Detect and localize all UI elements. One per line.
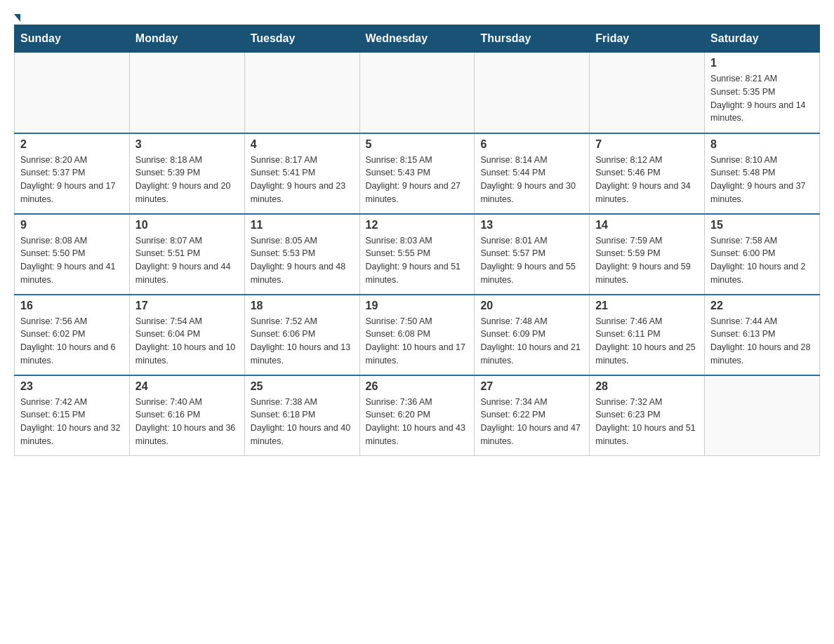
day-number: 19 bbox=[366, 300, 469, 312]
day-info: Sunrise: 7:32 AM Sunset: 6:23 PM Dayligh… bbox=[595, 396, 699, 448]
day-header-sunday: Sunday bbox=[15, 25, 130, 53]
day-number: 24 bbox=[135, 380, 239, 393]
calendar-day-cell: 6Sunrise: 8:14 AM Sunset: 5:44 PM Daylig… bbox=[475, 133, 590, 214]
day-info: Sunrise: 7:36 AM Sunset: 6:20 PM Dayligh… bbox=[366, 396, 469, 448]
day-info: Sunrise: 7:38 AM Sunset: 6:18 PM Dayligh… bbox=[251, 396, 354, 448]
day-number: 11 bbox=[251, 219, 354, 232]
day-info: Sunrise: 8:18 AM Sunset: 5:39 PM Dayligh… bbox=[135, 154, 239, 206]
day-info: Sunrise: 8:20 AM Sunset: 5:37 PM Dayligh… bbox=[20, 154, 124, 206]
day-info: Sunrise: 7:52 AM Sunset: 6:06 PM Dayligh… bbox=[251, 315, 354, 368]
calendar-table: SundayMondayTuesdayWednesdayThursdayFrid… bbox=[14, 25, 820, 456]
calendar-day-cell bbox=[475, 53, 590, 133]
day-number: 27 bbox=[480, 380, 583, 393]
day-number: 1 bbox=[710, 57, 814, 69]
calendar-day-cell: 3Sunrise: 8:18 AM Sunset: 5:39 PM Daylig… bbox=[129, 133, 244, 214]
day-header-friday: Friday bbox=[590, 25, 705, 53]
calendar-day-cell: 28Sunrise: 7:32 AM Sunset: 6:23 PM Dayli… bbox=[590, 375, 705, 456]
day-number: 9 bbox=[20, 219, 124, 232]
calendar-day-cell: 5Sunrise: 8:15 AM Sunset: 5:43 PM Daylig… bbox=[359, 133, 475, 214]
day-header-saturday: Saturday bbox=[705, 25, 820, 53]
day-number: 7 bbox=[595, 138, 699, 151]
calendar-day-cell: 21Sunrise: 7:46 AM Sunset: 6:11 PM Dayli… bbox=[590, 295, 705, 375]
day-info: Sunrise: 8:07 AM Sunset: 5:51 PM Dayligh… bbox=[135, 234, 239, 287]
day-info: Sunrise: 7:44 AM Sunset: 6:13 PM Dayligh… bbox=[710, 315, 814, 368]
day-info: Sunrise: 7:56 AM Sunset: 6:02 PM Dayligh… bbox=[20, 315, 124, 368]
calendar-day-cell: 1Sunrise: 8:21 AM Sunset: 5:35 PM Daylig… bbox=[705, 53, 820, 133]
calendar-day-cell: 20Sunrise: 7:48 AM Sunset: 6:09 PM Dayli… bbox=[475, 295, 590, 375]
calendar-day-cell: 2Sunrise: 8:20 AM Sunset: 5:37 PM Daylig… bbox=[15, 133, 130, 214]
calendar-day-cell: 15Sunrise: 7:58 AM Sunset: 6:00 PM Dayli… bbox=[705, 214, 820, 295]
calendar-day-cell: 22Sunrise: 7:44 AM Sunset: 6:13 PM Dayli… bbox=[705, 295, 820, 375]
calendar-week-row: 2Sunrise: 8:20 AM Sunset: 5:37 PM Daylig… bbox=[15, 133, 820, 214]
calendar-day-cell: 18Sunrise: 7:52 AM Sunset: 6:06 PM Dayli… bbox=[244, 295, 359, 375]
day-number: 12 bbox=[366, 219, 469, 232]
calendar-day-cell: 10Sunrise: 8:07 AM Sunset: 5:51 PM Dayli… bbox=[129, 214, 244, 295]
day-info: Sunrise: 8:03 AM Sunset: 5:55 PM Dayligh… bbox=[366, 234, 469, 287]
day-number: 10 bbox=[135, 219, 239, 232]
calendar-day-cell: 23Sunrise: 7:42 AM Sunset: 6:15 PM Dayli… bbox=[15, 375, 130, 456]
calendar-header-row: SundayMondayTuesdayWednesdayThursdayFrid… bbox=[15, 25, 820, 53]
calendar-day-cell bbox=[359, 53, 475, 133]
day-number: 26 bbox=[366, 380, 469, 393]
day-info: Sunrise: 8:14 AM Sunset: 5:44 PM Dayligh… bbox=[480, 154, 583, 206]
day-number: 18 bbox=[251, 300, 354, 312]
day-header-thursday: Thursday bbox=[475, 25, 590, 53]
day-info: Sunrise: 7:48 AM Sunset: 6:09 PM Dayligh… bbox=[480, 315, 583, 368]
calendar-day-cell: 7Sunrise: 8:12 AM Sunset: 5:46 PM Daylig… bbox=[590, 133, 705, 214]
day-number: 17 bbox=[135, 300, 239, 312]
day-number: 2 bbox=[20, 138, 124, 151]
calendar-day-cell: 19Sunrise: 7:50 AM Sunset: 6:08 PM Dayli… bbox=[359, 295, 475, 375]
calendar-day-cell: 26Sunrise: 7:36 AM Sunset: 6:20 PM Dayli… bbox=[359, 375, 475, 456]
page-header bbox=[14, 14, 820, 18]
day-number: 14 bbox=[595, 219, 699, 232]
day-info: Sunrise: 8:17 AM Sunset: 5:41 PM Dayligh… bbox=[251, 154, 354, 206]
calendar-day-cell: 25Sunrise: 7:38 AM Sunset: 6:18 PM Dayli… bbox=[244, 375, 359, 456]
day-number: 15 bbox=[710, 219, 814, 232]
calendar-week-row: 9Sunrise: 8:08 AM Sunset: 5:50 PM Daylig… bbox=[15, 214, 820, 295]
calendar-day-cell bbox=[705, 375, 820, 456]
day-number: 22 bbox=[710, 300, 814, 312]
calendar-week-row: 1Sunrise: 8:21 AM Sunset: 5:35 PM Daylig… bbox=[15, 53, 820, 133]
day-number: 4 bbox=[251, 138, 354, 151]
day-info: Sunrise: 8:05 AM Sunset: 5:53 PM Dayligh… bbox=[251, 234, 354, 287]
calendar-week-row: 16Sunrise: 7:56 AM Sunset: 6:02 PM Dayli… bbox=[15, 295, 820, 375]
calendar-day-cell: 13Sunrise: 8:01 AM Sunset: 5:57 PM Dayli… bbox=[475, 214, 590, 295]
day-info: Sunrise: 7:42 AM Sunset: 6:15 PM Dayligh… bbox=[20, 396, 124, 448]
day-number: 23 bbox=[20, 380, 124, 393]
day-info: Sunrise: 8:10 AM Sunset: 5:48 PM Dayligh… bbox=[710, 154, 814, 206]
day-info: Sunrise: 8:12 AM Sunset: 5:46 PM Dayligh… bbox=[595, 154, 699, 206]
day-info: Sunrise: 7:50 AM Sunset: 6:08 PM Dayligh… bbox=[366, 315, 469, 368]
day-number: 6 bbox=[480, 138, 583, 151]
day-number: 21 bbox=[595, 300, 699, 312]
calendar-day-cell: 12Sunrise: 8:03 AM Sunset: 5:55 PM Dayli… bbox=[359, 214, 475, 295]
calendar-day-cell: 11Sunrise: 8:05 AM Sunset: 5:53 PM Dayli… bbox=[244, 214, 359, 295]
calendar-day-cell bbox=[244, 53, 359, 133]
day-number: 20 bbox=[480, 300, 583, 312]
day-info: Sunrise: 7:58 AM Sunset: 6:00 PM Dayligh… bbox=[710, 234, 814, 287]
day-info: Sunrise: 8:08 AM Sunset: 5:50 PM Dayligh… bbox=[20, 234, 124, 287]
day-info: Sunrise: 7:40 AM Sunset: 6:16 PM Dayligh… bbox=[135, 396, 239, 448]
calendar-day-cell: 16Sunrise: 7:56 AM Sunset: 6:02 PM Dayli… bbox=[15, 295, 130, 375]
calendar-day-cell: 8Sunrise: 8:10 AM Sunset: 5:48 PM Daylig… bbox=[705, 133, 820, 214]
calendar-day-cell bbox=[590, 53, 705, 133]
day-info: Sunrise: 7:54 AM Sunset: 6:04 PM Dayligh… bbox=[135, 315, 239, 368]
logo bbox=[14, 14, 20, 18]
day-info: Sunrise: 8:01 AM Sunset: 5:57 PM Dayligh… bbox=[480, 234, 583, 287]
calendar-day-cell: 24Sunrise: 7:40 AM Sunset: 6:16 PM Dayli… bbox=[129, 375, 244, 456]
day-number: 25 bbox=[251, 380, 354, 393]
day-number: 8 bbox=[710, 138, 814, 151]
day-info: Sunrise: 7:46 AM Sunset: 6:11 PM Dayligh… bbox=[595, 315, 699, 368]
day-number: 5 bbox=[366, 138, 469, 151]
day-number: 13 bbox=[480, 219, 583, 232]
logo-chevron-icon bbox=[14, 14, 20, 22]
day-info: Sunrise: 7:34 AM Sunset: 6:22 PM Dayligh… bbox=[480, 396, 583, 448]
day-header-tuesday: Tuesday bbox=[244, 25, 359, 53]
calendar-day-cell bbox=[129, 53, 244, 133]
day-number: 16 bbox=[20, 300, 124, 312]
calendar-week-row: 23Sunrise: 7:42 AM Sunset: 6:15 PM Dayli… bbox=[15, 375, 820, 456]
calendar-day-cell bbox=[15, 53, 130, 133]
day-header-wednesday: Wednesday bbox=[359, 25, 475, 53]
calendar-day-cell: 17Sunrise: 7:54 AM Sunset: 6:04 PM Dayli… bbox=[129, 295, 244, 375]
calendar-day-cell: 27Sunrise: 7:34 AM Sunset: 6:22 PM Dayli… bbox=[475, 375, 590, 456]
day-info: Sunrise: 8:21 AM Sunset: 5:35 PM Dayligh… bbox=[710, 72, 814, 125]
